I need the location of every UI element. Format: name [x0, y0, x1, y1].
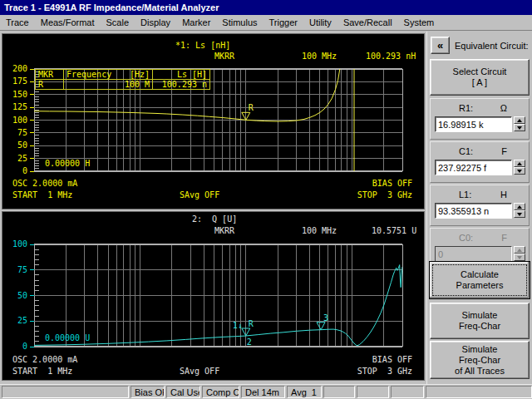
param-group-l1: L1: H — [430, 185, 530, 226]
l1-spin-down-icon[interactable] — [514, 210, 525, 218]
r1-spin-up-icon[interactable] — [514, 116, 525, 124]
panel-title: Equivalent Circuit: — [455, 41, 529, 51]
c0-spinner — [514, 246, 525, 262]
c1-spinner — [514, 160, 525, 175]
ls-stop-freq: STOP 3 GHz — [357, 191, 412, 200]
param-l1-label: L1: H — [431, 185, 529, 200]
marker-list-cell-ls: 100.293 n — [153, 80, 209, 89]
svg-text:25: 25 — [17, 316, 27, 325]
menu-trigger[interactable]: Trigger — [264, 16, 303, 29]
menu-display[interactable]: Display — [135, 16, 176, 29]
l1-value-field[interactable] — [435, 203, 512, 219]
svg-text:200: 200 — [12, 64, 27, 73]
window-title-bar: Trace 1 - E4991A RF Impedance/Material A… — [0, 0, 532, 15]
q-start-freq: START 1 MHz — [12, 367, 72, 376]
svg-text:100: 100 — [12, 239, 27, 249]
param-c0-label: C0: F — [431, 229, 529, 243]
param-c1-label: C1: F — [431, 142, 529, 156]
marker-list-cell-frequency: 100 M — [63, 80, 153, 89]
q-chart-panel: 0255075100R1↓23 2: Q [U] MKRR 100 MHz 10… — [2, 211, 425, 381]
q-chart-title: 2: Q [U] — [192, 215, 237, 224]
ls-marker-freq: 100 MHz — [302, 52, 337, 61]
menu-trace[interactable]: Trace — [0, 16, 35, 29]
menu-scale[interactable]: Scale — [101, 16, 135, 29]
status-cell-delay: Del 14m — [241, 386, 285, 398]
ls-marker-mode: MKRR — [214, 52, 234, 61]
ls-chart-title: *1: Ls [nH] — [175, 42, 230, 50]
c0-spin-down-icon — [514, 254, 525, 261]
svg-text:3: 3 — [323, 313, 328, 323]
marker-list-header-frequency: Frequency [Hz] — [63, 70, 153, 79]
status-cell-empty-2 — [357, 386, 389, 398]
param-group-c1: C1: F — [430, 141, 530, 183]
menu-utility[interactable]: Utility — [303, 16, 337, 29]
calculate-parameters-button[interactable]: Calculate Parameters — [429, 261, 530, 299]
svg-text:50: 50 — [17, 291, 27, 300]
svg-text:150: 150 — [12, 90, 27, 99]
l1-spinner — [514, 203, 525, 219]
collapse-panel-button[interactable]: « — [431, 37, 450, 54]
ls-marker-value: 100.293 nH — [366, 52, 416, 61]
menu-stimulus[interactable]: Stimulus — [216, 16, 263, 29]
c1-value-field[interactable] — [435, 160, 512, 175]
r1-spinner — [514, 116, 525, 132]
farad-unit: F — [501, 146, 507, 156]
marker-list-cell-mkr: R — [36, 80, 63, 89]
marker-list-table: MKR Frequency [Hz] Ls [H] R 100 M 100.29… — [35, 69, 210, 90]
q-sweep-avg: SAvg OFF — [180, 367, 219, 376]
simulate-freq-char-button[interactable]: Simulate Freq-Char — [430, 303, 530, 339]
menu-meas-format[interactable]: Meas/Format — [35, 16, 101, 29]
svg-text:50: 50 — [17, 140, 27, 150]
status-cell-empty-4 — [426, 386, 532, 398]
svg-text:2: 2 — [247, 337, 252, 347]
ls-sweep-avg: SAvg OFF — [180, 191, 219, 200]
svg-text:R: R — [249, 319, 254, 328]
r1-spin-down-icon[interactable] — [514, 124, 525, 131]
equivalent-circuit-panel: « Equivalent Circuit: Select Circuit [ A… — [426, 32, 532, 384]
svg-text:125: 125 — [12, 102, 27, 111]
c1-spin-down-icon[interactable] — [514, 167, 525, 175]
svg-text:175: 175 — [12, 76, 27, 86]
marker-list-data-row: R 100 M 100.293 n — [36, 80, 209, 89]
svg-text:0: 0 — [22, 342, 27, 351]
status-cell-comp: Comp ON — [202, 386, 239, 398]
q-osc-level: OSC 2.0000 mA — [12, 356, 77, 364]
r1-value-field[interactable] — [435, 116, 512, 132]
select-circuit-button[interactable]: Select Circuit [ A ] — [430, 59, 530, 96]
c0-value-field — [435, 246, 512, 262]
param-group-c0: C0: F — [430, 228, 530, 264]
window-title: Trace 1 - E4991A RF Impedance/Material A… — [4, 2, 219, 12]
status-bar: Bias OFF Cal User Comp ON Del 14m Avg 1 — [0, 384, 532, 399]
menu-save-recall[interactable]: Save/Recall — [337, 16, 398, 29]
svg-text:0: 0 — [22, 166, 27, 175]
param-group-r1: R1: Ω — [430, 98, 530, 140]
svg-text:R: R — [249, 103, 254, 112]
status-cell-cal: Cal User — [166, 386, 200, 398]
marker-list-header-ls: Ls [H] — [153, 70, 209, 79]
param-r1-label: R1: Ω — [431, 99, 529, 113]
ls-osc-level: OSC 2.0000 mA — [12, 180, 77, 188]
menu-marker[interactable]: Marker — [176, 16, 216, 29]
status-cell-bias: Bias OFF — [131, 386, 165, 398]
svg-text:100: 100 — [12, 116, 27, 125]
status-cell-empty-3 — [391, 386, 424, 398]
simulate-freq-char-all-traces-button[interactable]: Simulate Freq-Char of All Traces — [430, 341, 530, 379]
q-marker-mode: MKRR — [214, 227, 234, 235]
menu-bar: Trace Meas/Format Scale Display Marker S… — [0, 15, 532, 31]
l1-spin-up-icon[interactable] — [514, 203, 525, 210]
status-cell-message — [2, 386, 129, 398]
chevron-left-double-icon: « — [437, 40, 443, 51]
farad-unit-c0: F — [501, 233, 507, 243]
q-marker-value: 10.5751 U — [372, 227, 416, 235]
c0-spin-up-icon — [514, 246, 525, 254]
ls-ref-level: 0.00000 H — [45, 160, 90, 168]
ls-bias-status: BIAS OFF — [372, 180, 412, 188]
c1-spin-up-icon[interactable] — [514, 160, 525, 167]
svg-text:25: 25 — [17, 154, 27, 163]
focus-rect: Calculate Parameters — [432, 264, 527, 296]
menu-system[interactable]: System — [398, 16, 441, 29]
q-ref-level: 0.00000 U — [45, 334, 90, 342]
ls-start-freq: START 1 MHz — [12, 191, 72, 200]
marker-list-header-mkr: MKR — [36, 70, 63, 79]
q-marker-freq: 100 MHz — [302, 227, 337, 235]
